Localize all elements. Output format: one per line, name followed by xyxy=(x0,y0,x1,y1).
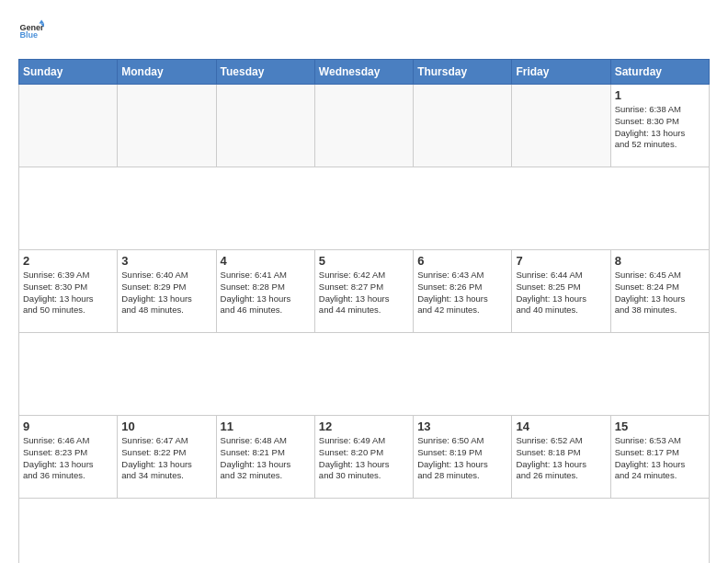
day-info: Sunrise: 6:39 AM Sunset: 8:30 PM Dayligh… xyxy=(23,270,113,316)
calendar-cell: 8Sunrise: 6:45 AM Sunset: 8:24 PM Daylig… xyxy=(610,250,709,333)
calendar-cell: 15Sunrise: 6:53 AM Sunset: 8:17 PM Dayli… xyxy=(610,416,709,499)
calendar-cell: 9Sunrise: 6:46 AM Sunset: 8:23 PM Daylig… xyxy=(19,416,118,499)
weekday-header-row: SundayMondayTuesdayWednesdayThursdayFrid… xyxy=(19,60,710,85)
day-info: Sunrise: 6:41 AM Sunset: 8:28 PM Dayligh… xyxy=(221,270,311,316)
day-number: 3 xyxy=(121,254,211,268)
day-number: 14 xyxy=(516,419,606,433)
weekday-header-monday: Monday xyxy=(118,60,216,85)
day-number: 10 xyxy=(121,419,211,433)
day-number: 15 xyxy=(615,419,705,433)
calendar-cell: 5Sunrise: 6:42 AM Sunset: 8:27 PM Daylig… xyxy=(314,250,413,333)
day-info: Sunrise: 6:38 AM Sunset: 8:30 PM Dayligh… xyxy=(615,104,705,151)
day-info: Sunrise: 6:48 AM Sunset: 8:21 PM Dayligh… xyxy=(221,435,311,482)
day-number: 12 xyxy=(319,419,409,433)
logo: General Blue xyxy=(18,18,44,44)
calendar-cell xyxy=(118,85,216,167)
day-info: Sunrise: 6:47 AM Sunset: 8:22 PM Dayligh… xyxy=(121,435,211,482)
weekday-header-wednesday: Wednesday xyxy=(314,60,413,85)
calendar-cell xyxy=(512,85,610,167)
calendar-cell: 10Sunrise: 6:47 AM Sunset: 8:22 PM Dayli… xyxy=(118,416,216,499)
day-number: 2 xyxy=(23,254,113,268)
weekday-header-thursday: Thursday xyxy=(414,60,512,85)
calendar-body: 1Sunrise: 6:38 AM Sunset: 8:30 PM Daylig… xyxy=(19,85,710,564)
calendar-cell xyxy=(19,85,118,167)
weekday-header-saturday: Saturday xyxy=(610,60,709,85)
calendar-cell: 1Sunrise: 6:38 AM Sunset: 8:30 PM Daylig… xyxy=(610,85,709,167)
week-row-1: 1Sunrise: 6:38 AM Sunset: 8:30 PM Daylig… xyxy=(19,85,710,167)
logo-icon: General Blue xyxy=(18,18,44,44)
day-number: 5 xyxy=(319,254,409,268)
svg-marker-2 xyxy=(39,19,44,23)
day-number: 4 xyxy=(221,254,311,268)
svg-text:Blue: Blue xyxy=(19,30,38,40)
calendar-cell: 14Sunrise: 6:52 AM Sunset: 8:18 PM Dayli… xyxy=(512,416,610,499)
weekday-header-friday: Friday xyxy=(512,60,610,85)
day-info: Sunrise: 6:40 AM Sunset: 8:29 PM Dayligh… xyxy=(121,270,211,316)
day-info: Sunrise: 6:49 AM Sunset: 8:20 PM Dayligh… xyxy=(319,435,409,482)
day-number: 11 xyxy=(221,419,311,433)
weekday-header-sunday: Sunday xyxy=(19,60,118,85)
week-spacer xyxy=(19,499,710,564)
calendar-cell: 6Sunrise: 6:43 AM Sunset: 8:26 PM Daylig… xyxy=(414,250,512,333)
weekday-header-tuesday: Tuesday xyxy=(216,60,314,85)
day-info: Sunrise: 6:42 AM Sunset: 8:27 PM Dayligh… xyxy=(319,270,409,316)
header: General Blue xyxy=(18,18,710,44)
day-number: 1 xyxy=(615,88,705,102)
calendar-cell: 7Sunrise: 6:44 AM Sunset: 8:25 PM Daylig… xyxy=(512,250,610,333)
day-number: 7 xyxy=(516,254,606,268)
week-row-3: 9Sunrise: 6:46 AM Sunset: 8:23 PM Daylig… xyxy=(19,416,710,499)
calendar-cell xyxy=(216,85,314,167)
day-info: Sunrise: 6:45 AM Sunset: 8:24 PM Dayligh… xyxy=(615,270,705,316)
calendar: SundayMondayTuesdayWednesdayThursdayFrid… xyxy=(18,59,710,563)
day-number: 9 xyxy=(23,419,113,433)
day-info: Sunrise: 6:52 AM Sunset: 8:18 PM Dayligh… xyxy=(516,435,606,482)
day-number: 13 xyxy=(417,419,507,433)
calendar-cell: 4Sunrise: 6:41 AM Sunset: 8:28 PM Daylig… xyxy=(216,250,314,333)
calendar-cell: 2Sunrise: 6:39 AM Sunset: 8:30 PM Daylig… xyxy=(19,250,118,333)
day-number: 6 xyxy=(417,254,507,268)
day-info: Sunrise: 6:50 AM Sunset: 8:19 PM Dayligh… xyxy=(417,435,507,482)
day-info: Sunrise: 6:53 AM Sunset: 8:17 PM Dayligh… xyxy=(615,435,705,482)
week-spacer xyxy=(19,167,710,250)
calendar-cell: 13Sunrise: 6:50 AM Sunset: 8:19 PM Dayli… xyxy=(414,416,512,499)
day-info: Sunrise: 6:43 AM Sunset: 8:26 PM Dayligh… xyxy=(417,270,507,316)
day-number: 8 xyxy=(615,254,705,268)
day-info: Sunrise: 6:46 AM Sunset: 8:23 PM Dayligh… xyxy=(23,435,113,482)
week-spacer xyxy=(19,333,710,416)
calendar-cell: 11Sunrise: 6:48 AM Sunset: 8:21 PM Dayli… xyxy=(216,416,314,499)
calendar-cell: 12Sunrise: 6:49 AM Sunset: 8:20 PM Dayli… xyxy=(314,416,413,499)
day-info: Sunrise: 6:44 AM Sunset: 8:25 PM Dayligh… xyxy=(516,270,606,316)
calendar-cell xyxy=(414,85,512,167)
week-row-2: 2Sunrise: 6:39 AM Sunset: 8:30 PM Daylig… xyxy=(19,250,710,333)
calendar-cell xyxy=(314,85,413,167)
calendar-cell: 3Sunrise: 6:40 AM Sunset: 8:29 PM Daylig… xyxy=(118,250,216,333)
